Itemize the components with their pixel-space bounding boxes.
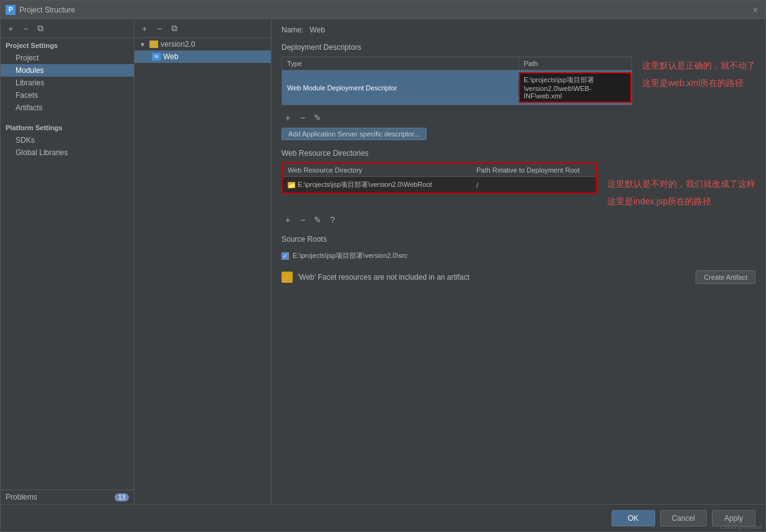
sidebar-item-modules[interactable]: Modules (1, 64, 134, 77)
folder-icon: 📁 (288, 182, 295, 188)
problems-badge: 13 (115, 493, 129, 501)
dd-toolbar-row: + − ✎ (281, 112, 755, 124)
main-content: + − ⧉ Project Settings Project Modules L… (1, 19, 765, 504)
dd-type-cell: Web Module Deployment Descriptor (282, 81, 519, 95)
tree-copy-button[interactable]: ⧉ (168, 22, 181, 35)
deployment-descriptors-title: Deployment Descriptors (281, 43, 755, 52)
deployment-descriptor-table: Type Path Web Module Deployment Descript… (281, 57, 632, 105)
close-button[interactable]: × (750, 5, 760, 15)
source-path: E:\projects\jsp项目部署\version2.0\src (293, 251, 408, 260)
tree-add-button[interactable]: + (138, 22, 151, 35)
wrd-section-title: Web Resource Directories (281, 149, 755, 158)
warning-row: ⚠ 'Web' Facet resources are not included… (281, 267, 755, 288)
wrd-toolbar-row: + − ✎ ? (281, 214, 755, 226)
source-roots-row: ✓ E:\projects\jsp项目部署\version2.0\src (281, 249, 755, 263)
expand-icon: ▼ (139, 41, 147, 48)
dd-col-type: Type (282, 57, 519, 70)
sidebar-toolbar: + − ⧉ (1, 19, 134, 38)
dd-remove-btn[interactable]: − (296, 112, 309, 124)
sidebar-problems[interactable]: Problems 13 (1, 490, 134, 504)
title-bar: P Project Structure × (1, 1, 765, 19)
app-icon: P (6, 5, 16, 15)
tree-remove-button[interactable]: − (153, 22, 166, 35)
remove-button[interactable]: − (19, 22, 32, 35)
wrd-table-row[interactable]: 📁 E:\projects\jsp项目部署\version2.0\WebRoot… (283, 177, 596, 192)
sidebar: + − ⧉ Project Settings Project Modules L… (1, 19, 135, 504)
wrd-wrap: Web Resource Directory Path Relative to … (281, 163, 755, 210)
wrd-table: Web Resource Directory Path Relative to … (281, 163, 597, 194)
project-settings-label: Project Settings (1, 38, 134, 52)
sidebar-item-artifacts[interactable]: Artifacts (1, 102, 134, 114)
create-artifact-button[interactable]: Create Artifact (696, 270, 755, 284)
dd-table-header: Type Path (282, 57, 631, 70)
wrd-col-dir: Web Resource Directory (283, 164, 471, 176)
warning-icon: ⚠ (281, 272, 293, 283)
add-server-descriptor-btn[interactable]: Add Application Server specific descript… (281, 128, 427, 140)
watermark: CSDN @mejson (721, 524, 762, 530)
wrd-edit-btn[interactable]: ✎ (311, 214, 324, 226)
sidebar-item-facets[interactable]: Facets (1, 89, 134, 102)
sidebar-item-libraries[interactable]: Libraries (1, 77, 134, 89)
platform-settings-label: Platform Settings (1, 120, 134, 134)
project-structure-dialog: P Project Structure × + − ⧉ Project Sett… (0, 0, 766, 532)
tree-panel: + − ⧉ ▼ version2.0 W Web (135, 19, 272, 504)
deployment-descriptor-table-wrap: Type Path Web Module Deployment Descript… (281, 57, 755, 108)
dd-edit-btn[interactable]: ✎ (311, 112, 324, 124)
wrd-add-btn[interactable]: + (281, 214, 294, 226)
dd-path-wrap: E:\projects\jsp项目部署\version2.0\web\WEB-I… (519, 70, 631, 105)
tree-toolbar: + − ⧉ (135, 19, 271, 38)
dd-path-cell: E:\projects\jsp项目部署\version2.0\web\WEB-I… (519, 72, 631, 103)
source-roots-section: Source Roots ✓ E:\projects\jsp项目部署\versi… (281, 235, 755, 263)
sidebar-item-project[interactable]: Project (1, 52, 134, 64)
wrd-path-cell: / (471, 178, 596, 192)
name-label: Name: (281, 26, 303, 34)
sidebar-item-sdks[interactable]: SDKs (1, 134, 134, 146)
tree-version-item[interactable]: ▼ version2.0 (135, 38, 271, 50)
sidebar-item-global-libraries[interactable]: Global Libraries (1, 146, 134, 159)
warning-text: 'Web' Facet resources are not included i… (298, 273, 470, 282)
copy-button[interactable]: ⧉ (34, 22, 47, 35)
dd-col-path: Path (519, 57, 631, 70)
source-roots-title: Source Roots (281, 235, 755, 244)
folder-icon (149, 40, 158, 48)
add-server-descriptor-wrap: Add Application Server specific descript… (281, 128, 755, 140)
add-button[interactable]: + (4, 22, 17, 35)
right-panel: Name: Web Deployment Descriptors Type Pa… (272, 19, 765, 504)
wrd-col-path: Path Relative to Deployment Root (471, 164, 596, 176)
name-value: Web (310, 26, 324, 34)
dd-table-row[interactable]: Web Module Deployment Descriptor E:\proj… (282, 70, 631, 105)
source-checkbox[interactable]: ✓ (281, 252, 289, 260)
wrd-remove-btn[interactable]: − (296, 214, 309, 226)
name-row: Name: Web (281, 26, 755, 34)
wrd-annotation: 这里默认是不对的，我们就改成了这样 这里是index.jsp所在的路径 (607, 175, 755, 210)
wrd-help-btn[interactable]: ? (326, 214, 339, 226)
dialog-title: Project Structure (19, 6, 750, 14)
dd-annotation: 这里默认是正确的，就不动了 这里是web.xml所在的路径 (642, 57, 755, 108)
web-module-icon: W (152, 53, 161, 60)
ok-button[interactable]: OK (612, 510, 655, 526)
bottom-bar: OK Cancel Apply (1, 504, 765, 531)
tree-web-item[interactable]: W Web (135, 50, 271, 63)
wrd-dir-cell: 📁 E:\projects\jsp项目部署\version2.0\WebRoot (283, 177, 471, 192)
wrd-table-header: Web Resource Directory Path Relative to … (283, 164, 596, 177)
cancel-button[interactable]: Cancel (660, 510, 707, 526)
dd-add-btn[interactable]: + (281, 112, 294, 124)
